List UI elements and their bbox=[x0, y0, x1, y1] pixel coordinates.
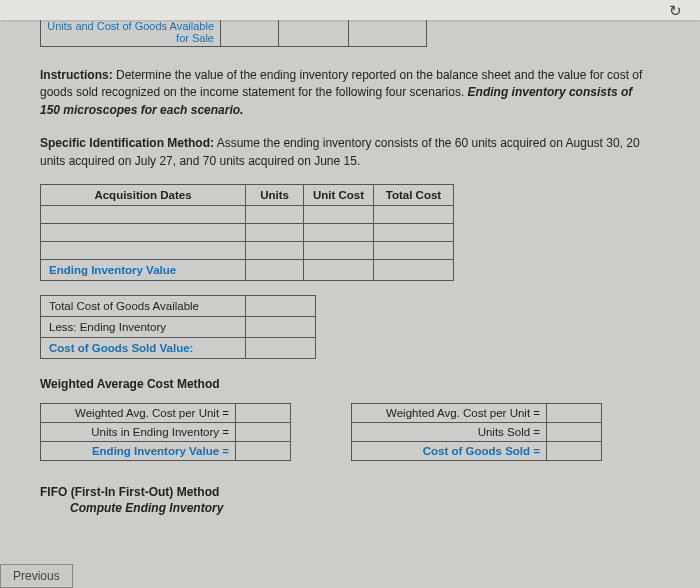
refresh-icon[interactable]: ↻ bbox=[669, 2, 682, 20]
table-row: Less: Ending Inventory bbox=[41, 317, 316, 338]
top-row-units[interactable] bbox=[221, 20, 279, 47]
total-cost-available-label: Total Cost of Goods Available bbox=[41, 296, 246, 317]
top-row-label: Units and Cost of Goods Available for Sa… bbox=[41, 20, 221, 47]
top-row-unitcost[interactable] bbox=[279, 20, 349, 47]
cell[interactable] bbox=[374, 242, 454, 260]
cell[interactable] bbox=[547, 423, 602, 442]
wavg-left-table: Weighted Avg. Cost per Unit = Units in E… bbox=[40, 403, 291, 461]
table-row: Cost of Goods Sold Value: bbox=[41, 338, 316, 359]
cell[interactable] bbox=[246, 224, 304, 242]
cell[interactable] bbox=[246, 317, 316, 338]
wavg-cost-per-unit-label-r: Weighted Avg. Cost per Unit = bbox=[352, 404, 547, 423]
th-units: Units bbox=[246, 185, 304, 206]
cell[interactable] bbox=[236, 404, 291, 423]
cell[interactable] bbox=[246, 296, 316, 317]
table-row bbox=[41, 224, 454, 242]
top-row-total[interactable] bbox=[349, 20, 427, 47]
wavg-cost-per-unit-label: Weighted Avg. Cost per Unit = bbox=[41, 404, 236, 423]
table-row: Total Cost of Goods Available bbox=[41, 296, 316, 317]
wavg-row: Weighted Avg. Cost per Unit = Units in E… bbox=[40, 403, 652, 461]
window-topbar: ↻ bbox=[0, 0, 700, 20]
page-body: Units and Cost of Goods Available for Sa… bbox=[0, 20, 680, 588]
ending-inventory-label: Ending Inventory Value bbox=[41, 260, 246, 281]
cell[interactable] bbox=[246, 206, 304, 224]
wavg-right-table: Weighted Avg. Cost per Unit = Units Sold… bbox=[351, 403, 602, 461]
top-truncated-table: Units and Cost of Goods Available for Sa… bbox=[40, 20, 427, 47]
th-total-cost: Total Cost bbox=[374, 185, 454, 206]
cell[interactable] bbox=[304, 260, 374, 281]
ending-inventory-value-label: Ending Inventory Value = bbox=[41, 442, 236, 461]
cell[interactable] bbox=[41, 206, 246, 224]
cell[interactable] bbox=[246, 260, 304, 281]
cell[interactable] bbox=[41, 242, 246, 260]
top-row-line2: for Sale bbox=[176, 32, 214, 44]
cell[interactable] bbox=[374, 206, 454, 224]
acquisition-table: Acquisition Dates Units Unit Cost Total … bbox=[40, 184, 454, 281]
cell[interactable] bbox=[374, 260, 454, 281]
cogs-value-label: Cost of Goods Sold Value: bbox=[41, 338, 246, 359]
cost-of-goods-sold-label: Cost of Goods Sold = bbox=[352, 442, 547, 461]
cell[interactable] bbox=[304, 206, 374, 224]
th-acquisition-dates: Acquisition Dates bbox=[41, 185, 246, 206]
table-row bbox=[41, 242, 454, 260]
table-row bbox=[41, 206, 454, 224]
units-sold-label: Units Sold = bbox=[352, 423, 547, 442]
th-unit-cost: Unit Cost bbox=[304, 185, 374, 206]
cell[interactable] bbox=[246, 242, 304, 260]
cell[interactable] bbox=[236, 442, 291, 461]
cell[interactable] bbox=[547, 442, 602, 461]
fifo-heading: FIFO (First-In First-Out) Method bbox=[40, 485, 652, 499]
fifo-sub: Compute Ending Inventory bbox=[70, 501, 652, 515]
specific-paragraph: Specific Identification Method: Assume t… bbox=[40, 135, 652, 170]
cell[interactable] bbox=[41, 224, 246, 242]
cell[interactable] bbox=[236, 423, 291, 442]
wavg-heading: Weighted Average Cost Method bbox=[40, 377, 652, 391]
cell[interactable] bbox=[246, 338, 316, 359]
cell[interactable] bbox=[304, 242, 374, 260]
cell[interactable] bbox=[547, 404, 602, 423]
cell[interactable] bbox=[374, 224, 454, 242]
previous-button[interactable]: Previous bbox=[0, 564, 73, 588]
cogs-summary-table: Total Cost of Goods Available Less: Endi… bbox=[40, 295, 316, 359]
instructions-paragraph: Instructions: Determine the value of the… bbox=[40, 67, 652, 119]
units-in-ending-inventory-label: Units in Ending Inventory = bbox=[41, 423, 236, 442]
instructions-lead: Instructions: bbox=[40, 68, 113, 82]
cell[interactable] bbox=[304, 224, 374, 242]
ending-inventory-row: Ending Inventory Value bbox=[41, 260, 454, 281]
less-ending-inventory-label: Less: Ending Inventory bbox=[41, 317, 246, 338]
specific-lead: Specific Identification Method: bbox=[40, 136, 214, 150]
top-row-line1: Units and Cost of Goods Available bbox=[47, 20, 214, 32]
